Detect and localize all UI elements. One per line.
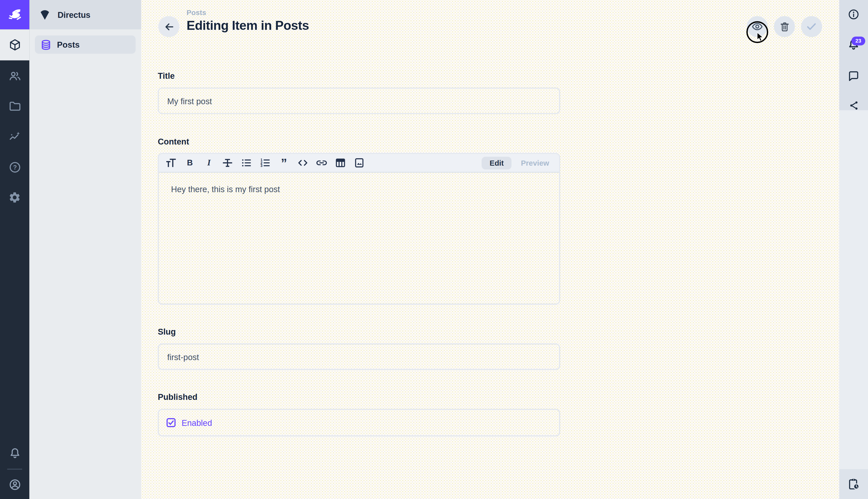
gem-icon bbox=[38, 8, 51, 21]
user-avatar-icon bbox=[8, 478, 21, 491]
delete-item-button[interactable] bbox=[774, 16, 795, 37]
info-sidebar-button[interactable] bbox=[847, 9, 860, 21]
module-settings[interactable] bbox=[0, 182, 29, 213]
italic-button[interactable]: I bbox=[202, 157, 215, 169]
svg-text:?: ? bbox=[13, 163, 16, 170]
box-icon bbox=[8, 38, 21, 51]
link-button[interactable] bbox=[315, 157, 328, 169]
published-field: Enabled bbox=[158, 409, 560, 437]
numbered-list-button[interactable]: 1 2 3 bbox=[259, 157, 271, 169]
comments-sidebar-button[interactable] bbox=[847, 70, 860, 82]
blockquote-button[interactable]: ” bbox=[277, 157, 290, 169]
arrow-left-icon bbox=[163, 21, 175, 33]
tab-preview[interactable]: Preview bbox=[521, 159, 549, 167]
module-content[interactable] bbox=[0, 29, 29, 60]
editor-mode-tabs: Edit Preview bbox=[482, 157, 554, 169]
title-input[interactable] bbox=[158, 87, 560, 114]
save-item-button[interactable] bbox=[801, 16, 822, 37]
project-name: Directus bbox=[58, 10, 90, 20]
title-field-label: Title bbox=[158, 71, 175, 80]
svg-text:I: I bbox=[207, 158, 211, 167]
insights-icon bbox=[8, 130, 21, 143]
users-icon bbox=[8, 69, 21, 82]
sidebar-item-label: Posts bbox=[57, 40, 80, 49]
image-button[interactable] bbox=[352, 157, 365, 169]
nav-sidebar: Directus Posts bbox=[29, 0, 141, 499]
clipboard-clock-icon bbox=[847, 478, 860, 491]
svg-text:”: ” bbox=[281, 157, 287, 169]
eye-icon bbox=[751, 20, 763, 33]
share-sidebar-button[interactable] bbox=[847, 99, 860, 111]
project-switcher[interactable]: Directus bbox=[29, 0, 141, 29]
code-button[interactable] bbox=[296, 157, 309, 169]
info-icon bbox=[847, 9, 860, 21]
content-editor-textarea[interactable]: Hey there, this is my first post bbox=[159, 173, 559, 205]
tab-edit[interactable]: Edit bbox=[482, 157, 512, 169]
user-menu-button[interactable] bbox=[0, 470, 29, 499]
table-button[interactable] bbox=[334, 157, 347, 169]
preview-item-button[interactable] bbox=[747, 16, 768, 37]
back-button[interactable] bbox=[159, 16, 179, 37]
sidebar-item-posts[interactable]: Posts bbox=[35, 35, 136, 54]
content-field-label: Content bbox=[158, 137, 189, 146]
published-field-label: Published bbox=[158, 392, 197, 402]
editor-toolbar: B I bbox=[159, 154, 559, 173]
module-files[interactable] bbox=[0, 91, 29, 121]
module-users[interactable] bbox=[0, 60, 29, 91]
app-window: ? bbox=[0, 0, 868, 499]
module-insights[interactable] bbox=[0, 121, 29, 152]
comment-bubble-icon bbox=[847, 70, 860, 82]
revisions-drawer-button[interactable] bbox=[839, 469, 868, 499]
gear-icon bbox=[9, 191, 21, 204]
folder-icon bbox=[8, 99, 21, 113]
heading-button[interactable] bbox=[165, 157, 177, 169]
module-help[interactable]: ? bbox=[0, 152, 29, 182]
notifications-button[interactable] bbox=[0, 439, 29, 468]
breadcrumb[interactable]: Posts bbox=[186, 9, 206, 17]
svg-text:3: 3 bbox=[260, 163, 262, 168]
trash-icon bbox=[779, 21, 790, 33]
check-icon bbox=[805, 20, 818, 33]
slug-input[interactable] bbox=[158, 343, 560, 370]
main-content: Posts Editing Item in Posts bbox=[141, 0, 839, 499]
rich-text-editor: B I bbox=[158, 153, 560, 305]
notification-count-badge: 23 bbox=[852, 36, 865, 45]
slug-field-label: Slug bbox=[158, 327, 176, 336]
page-title: Editing Item in Posts bbox=[186, 19, 309, 33]
svg-text:B: B bbox=[187, 158, 192, 167]
rabbit-logo-icon bbox=[7, 7, 23, 23]
database-icon bbox=[39, 38, 52, 51]
bold-button[interactable]: B bbox=[183, 157, 196, 169]
share-icon bbox=[848, 99, 859, 111]
published-checkbox-label[interactable]: Enabled bbox=[181, 418, 212, 427]
right-sidebar: 23 bbox=[839, 0, 868, 499]
help-icon: ? bbox=[8, 160, 21, 173]
directus-logo[interactable] bbox=[0, 0, 29, 29]
strikethrough-button[interactable] bbox=[221, 157, 234, 169]
bell-icon bbox=[8, 447, 21, 460]
published-checkbox[interactable] bbox=[166, 418, 176, 428]
bullet-list-button[interactable] bbox=[240, 157, 252, 169]
module-bar: ? bbox=[0, 0, 29, 499]
